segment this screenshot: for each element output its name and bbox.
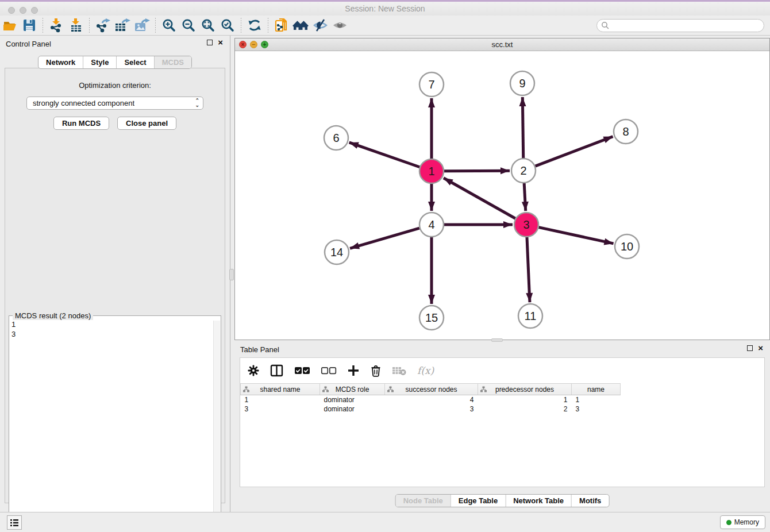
close-panel-button[interactable]: Close panel <box>117 117 176 130</box>
refresh-button[interactable] <box>245 17 264 34</box>
delete-row-button[interactable] <box>370 364 382 377</box>
close-table-panel-icon[interactable]: × <box>758 345 763 351</box>
result-scrollbar[interactable] <box>213 321 220 529</box>
import-table-button[interactable] <box>66 17 86 34</box>
open-session-button[interactable] <box>0 17 20 34</box>
table-cell[interactable]: 3 <box>572 404 621 414</box>
zoom-in-button[interactable] <box>159 17 179 34</box>
node-table-container: f(x) shared name MCDS role successor nod… <box>240 357 765 487</box>
network-window-titlebar[interactable]: × − + scc.txt <box>235 38 769 51</box>
minimize-window-icon[interactable] <box>20 7 26 14</box>
graph-edge-2-8[interactable] <box>536 137 613 167</box>
graph-edge-4-14[interactable] <box>350 228 419 248</box>
memory-button[interactable]: Memory <box>720 515 765 529</box>
tab-select[interactable]: Select <box>116 56 153 68</box>
tab-network[interactable]: Network <box>38 56 83 68</box>
export-table-button[interactable] <box>113 17 132 34</box>
table-cell[interactable]: 3 <box>385 404 478 414</box>
graph-node-label: 2 <box>520 164 526 177</box>
zoom-selected-button[interactable] <box>218 17 237 34</box>
import-network-button[interactable] <box>47 17 66 34</box>
status-bar: Memory <box>0 512 770 532</box>
column-header-shared-name[interactable]: shared name <box>241 384 320 395</box>
export-image-icon <box>133 18 151 33</box>
graph-node-label: 1 <box>428 165 434 178</box>
graph-edge-1-2[interactable] <box>444 171 510 171</box>
zoom-fit-button[interactable] <box>198 17 218 34</box>
zoom-out-button[interactable] <box>179 17 198 34</box>
tab-node-table[interactable]: Node Table <box>396 495 451 507</box>
float-table-panel-icon[interactable] <box>747 345 753 351</box>
close-panel-icon[interactable]: × <box>218 40 223 45</box>
deselect-all-columns-button[interactable] <box>321 365 337 376</box>
tab-edge-table[interactable]: Edge Table <box>451 495 505 507</box>
hierarchy-icon <box>480 386 487 392</box>
table-row[interactable]: 3dominator323 <box>241 404 621 414</box>
table-cell[interactable]: 3 <box>241 404 320 414</box>
column-header-predecessor-nodes[interactable]: predecessor nodes <box>478 384 572 395</box>
graph-edge-2-3[interactable] <box>524 183 526 211</box>
export-network-button[interactable] <box>93 17 113 34</box>
delete-table-icon <box>392 365 407 376</box>
window-traffic-lights[interactable] <box>8 7 38 14</box>
save-session-button[interactable] <box>20 17 39 34</box>
tab-motifs[interactable]: Motifs <box>571 495 609 507</box>
tab-mcds[interactable]: MCDS <box>154 56 191 68</box>
network-canvas-svg: 1234678910111415 <box>235 51 769 340</box>
table-cell[interactable]: 2 <box>478 404 572 414</box>
split-divider-grip[interactable] <box>229 269 234 280</box>
minimize-view-icon[interactable]: − <box>250 41 257 48</box>
zoom-fit-icon <box>201 18 215 33</box>
maximize-view-icon[interactable]: + <box>261 41 268 48</box>
table-cell[interactable]: dominator <box>320 404 385 414</box>
toggle-graphics-details-button[interactable] <box>311 17 330 34</box>
graph-edge-3-1[interactable] <box>444 178 515 218</box>
graph-edge-2-9[interactable] <box>522 97 523 158</box>
tab-style[interactable]: Style <box>83 56 116 68</box>
toolbar-search-field[interactable] <box>596 19 764 32</box>
function-builder-button[interactable]: f(x) <box>417 365 434 376</box>
export-image-button[interactable] <box>132 17 152 34</box>
task-history-button[interactable] <box>7 515 22 530</box>
column-header-mcds-role[interactable]: MCDS role <box>320 384 385 395</box>
toggle-graphics-details-icon <box>313 18 329 33</box>
float-panel-icon[interactable] <box>207 40 213 45</box>
graph-edge-1-6[interactable] <box>349 142 420 167</box>
birds-eye-view-button[interactable] <box>330 17 350 34</box>
search-input[interactable] <box>610 20 764 31</box>
table-cell[interactable]: dominator <box>320 395 385 404</box>
table-row[interactable]: 1dominator411 <box>241 395 621 404</box>
clone-network-icon <box>274 18 289 33</box>
mcds-result-text[interactable]: 13 <box>11 319 211 527</box>
close-window-icon[interactable] <box>8 7 15 14</box>
table-cell[interactable]: 1 <box>241 395 320 404</box>
mcds-result-line: 3 <box>11 329 211 339</box>
close-view-icon[interactable]: × <box>239 41 247 48</box>
table-panel-tabs: Node Table Edge Table Network Table Moti… <box>395 494 610 507</box>
table-cell[interactable]: 1 <box>478 395 572 404</box>
table-cell[interactable]: 4 <box>385 395 478 404</box>
show-columns-button[interactable] <box>270 364 284 377</box>
clone-network-button[interactable] <box>272 17 291 34</box>
maximize-window-icon[interactable] <box>31 7 38 14</box>
add-row-button[interactable] <box>347 364 360 377</box>
graph-node-label: 8 <box>622 125 629 138</box>
column-header-successor-nodes[interactable]: successor nodes <box>385 384 478 395</box>
home-layout-button[interactable] <box>291 17 311 34</box>
titlebar[interactable]: Session: New Session <box>0 2 770 16</box>
open-session-icon <box>2 18 17 33</box>
select-all-columns-button[interactable] <box>294 365 310 376</box>
mcds-result-line: 1 <box>11 319 211 329</box>
tab-network-table[interactable]: Network Table <box>505 495 571 507</box>
zoom-in-icon <box>161 18 176 33</box>
graph-edge-3-11[interactable] <box>527 237 530 302</box>
network-canvas[interactable]: 1234678910111415 <box>235 51 769 340</box>
delete-table-button[interactable] <box>392 365 407 376</box>
column-header-name[interactable]: name <box>572 384 621 395</box>
table-cell[interactable]: 1 <box>572 395 621 404</box>
table-settings-button[interactable] <box>247 364 260 377</box>
trash-icon <box>370 364 382 377</box>
criterion-dropdown[interactable]: strongly connected component ⌃⌄ <box>26 97 203 110</box>
graph-edge-3-10[interactable] <box>538 228 613 244</box>
run-mcds-button[interactable]: Run MCDS <box>53 117 109 130</box>
